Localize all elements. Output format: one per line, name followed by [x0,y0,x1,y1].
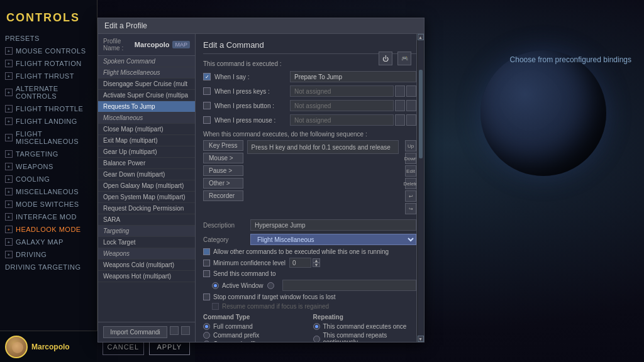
sidebar-item-galaxy-map[interactable]: GALAXY MAP [0,236,97,248]
power-button[interactable]: ⏻ [379,52,392,65]
sidebar-item-driving[interactable]: DRIVING [0,248,97,261]
min-confidence-checkbox[interactable] [203,260,210,266]
sidebar-item-targeting[interactable]: TARGETING [0,148,97,160]
mouse-button[interactable]: Mouse > [203,153,243,163]
trigger-value-mouse[interactable] [290,114,394,126]
sidebar-item-flight-miscellaneous[interactable]: FLIGHT MISCELLANEOUS [0,128,97,148]
button-trigger-btn-2[interactable] [406,100,416,111]
trigger-value-say[interactable] [290,71,416,82]
trigger-checkbox-keys[interactable] [203,87,211,95]
allow-other-row: Allow other commands to be executed whil… [203,248,416,255]
profile-item-open-system[interactable]: Open System Map (multipart) [98,192,195,203]
trigger-checkbox-mouse[interactable] [203,116,211,124]
confidence-input[interactable] [289,258,311,268]
profile-section-weapons[interactable]: Weapons [98,248,195,260]
plus-icon [5,134,13,141]
key-press-button[interactable]: Key Press [203,140,243,151]
profile-item-close-map[interactable]: Close Map (multipart) [98,124,195,135]
profile-header: Profile Name : Marcopolo MAP [98,34,195,56]
other-button[interactable]: Other > [203,178,243,189]
cooling-label: COOLING [16,175,50,183]
seq-up-button[interactable]: Up [405,140,416,151]
command-prefix-radio[interactable] [203,332,210,339]
seq-delete-button[interactable]: Delete [405,178,416,189]
import-icon-button[interactable] [181,326,190,335]
seq-down-button[interactable]: Down [405,153,416,164]
keys-trigger-btn-2[interactable] [406,85,416,97]
confidence-up[interactable]: ▲ [313,258,320,263]
sidebar-item-presets[interactable]: PRESETS [0,32,97,45]
sidebar-item-headlook-mode[interactable]: HEADLOOK MODE [0,223,97,236]
trigger-value-button[interactable] [290,100,394,111]
sequence-input[interactable] [247,140,399,154]
profile-item-balance-power[interactable]: Balance Power [98,158,195,169]
seq-edit-button[interactable]: Edit [405,165,416,177]
trigger-row-button: When I press button : [203,100,416,111]
sidebar-item-driving-targeting[interactable]: DRIVING TARGETING [0,261,97,273]
active-window-radio-2[interactable] [267,282,274,289]
trigger-checkbox-say[interactable] [203,73,211,80]
plus-icon [5,251,13,258]
profile-item-activate[interactable]: Activate Super Cruise (multipa [98,90,195,101]
seq-undo-button[interactable]: ↩ [405,190,416,202]
profile-section-targeting[interactable]: Targeting [98,226,195,237]
sidebar-item-alternate-controls[interactable]: ALTERNATE CONTROLS [0,82,97,102]
profile-item-gear-down[interactable]: Gear Down (multipart) [98,169,195,180]
sidebar-item-flight-rotation[interactable]: FLIGHT ROTATION [0,57,97,70]
allow-other-checkbox[interactable] [203,248,210,255]
send-command-row: Send this command to [203,270,416,277]
full-command-radio[interactable] [203,323,210,330]
category-select[interactable]: Flight Miscellaneous [250,234,416,245]
confidence-down[interactable]: ▼ [313,263,320,267]
sidebar-item-flight-landing[interactable]: FLIGHT LANDING [0,115,97,128]
sequence-action-buttons: Up Down Edit Delete ↩ ↪ [405,140,416,214]
command-suffix-radio[interactable] [203,341,210,342]
import-command-button[interactable]: Import Commandi [103,326,167,338]
pause-button[interactable]: Pause > [203,165,243,176]
sidebar-item-interface-mod[interactable]: INTERFACE MOD [0,211,97,223]
gamepad-symbol: 🎮 [401,55,408,62]
sidebar-item-mode-switches[interactable]: MODE SWITCHES [0,198,97,211]
mouse-trigger-btn-1[interactable] [395,114,405,126]
recorder-button[interactable]: Recorder [203,190,243,201]
scroll-track[interactable] [418,40,423,336]
description-input[interactable] [250,219,416,231]
plus-icon [5,60,13,67]
active-window-radio[interactable] [212,282,219,289]
sidebar-item-weapons[interactable]: WEAPONS [0,160,97,173]
profile-section-misc[interactable]: Miscellaneous [98,112,195,124]
profile-item-open-galaxy[interactable]: Open Galaxy Map (multipart) [98,180,195,192]
keys-trigger-btn-1[interactable] [395,85,405,97]
profile-section-flight-misc[interactable]: Flight Miscellaneous [98,67,195,79]
button-trigger-btn-1[interactable] [395,100,405,111]
scroll-up-button[interactable]: ▲ [418,34,424,40]
profile-item-weapons-cold[interactable]: Weapons Cold (multipart) [98,260,195,271]
scroll-down-button[interactable]: ▼ [418,336,424,342]
sidebar-item-miscellaneous[interactable]: MISCELLANEOUS [0,185,97,198]
profile-item-lock-target[interactable]: Lock Target [98,237,195,248]
export-icon-button[interactable] [170,326,179,335]
trigger-checkbox-button[interactable] [203,102,211,109]
repeats-continuously-radio[interactable] [313,336,320,343]
mouse-trigger-btn-2[interactable] [406,114,416,126]
profile-item-requests-jump[interactable]: Requests To Jump [98,101,195,112]
sidebar-item-flight-thrust[interactable]: FLIGHT THRUST [0,70,97,82]
sidebar-item-cooling[interactable]: COOLING [0,173,97,185]
resume-command-checkbox[interactable] [212,303,219,310]
send-command-checkbox[interactable] [203,270,210,277]
sidebar-item-flight-throttle[interactable]: FLIGHT THROTTLE [0,102,97,115]
profile-item-disengage[interactable]: Disengage Super Cruise (mult [98,79,195,90]
sidebar-item-mouse-controls[interactable]: MOUSE CONTROLS [0,45,97,57]
executes-once-radio[interactable] [313,323,320,330]
profile-item-weapons-hot[interactable]: Weapons Hot (multipart) [98,271,195,282]
profile-section-spoken[interactable]: Spoken Command [98,56,195,67]
seq-redo-button[interactable]: ↪ [405,203,416,214]
profile-item-exit-map[interactable]: Exit Map (multipart) [98,135,195,146]
stop-command-checkbox[interactable] [203,293,210,300]
profile-item-gear-up[interactable]: Gear Up (multipart) [98,146,195,158]
gamepad-icon[interactable]: 🎮 [397,52,411,65]
active-window-input[interactable] [282,280,416,291]
profile-item-request-docking[interactable]: Request Docking Permission [98,203,195,214]
profile-item-sara[interactable]: SARA [98,214,195,226]
trigger-value-keys[interactable] [290,85,394,97]
